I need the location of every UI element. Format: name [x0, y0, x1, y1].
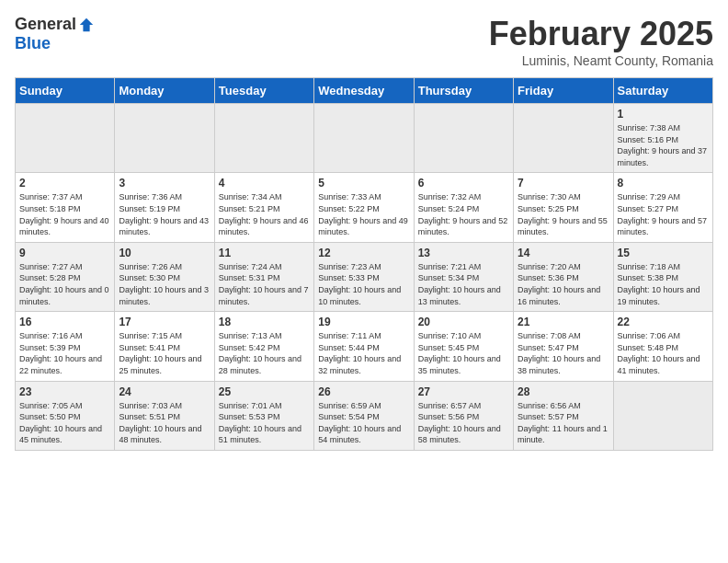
title-section: February 2025 Luminis, Neamt County, Rom…	[489, 15, 713, 68]
day-number: 13	[418, 247, 509, 259]
day-info: Sunrise: 7:30 AM Sunset: 5:25 PM Dayligh…	[518, 191, 609, 237]
calendar-day-cell: 23Sunrise: 7:05 AM Sunset: 5:50 PM Dayli…	[16, 381, 115, 450]
calendar-day-cell: 21Sunrise: 7:08 AM Sunset: 5:47 PM Dayli…	[514, 312, 613, 381]
calendar-table: SundayMondayTuesdayWednesdayThursdayFrid…	[15, 77, 713, 451]
day-info: Sunrise: 7:33 AM Sunset: 5:22 PM Dayligh…	[318, 191, 409, 237]
day-info: Sunrise: 7:37 AM Sunset: 5:18 PM Dayligh…	[19, 191, 110, 237]
calendar-day-cell	[514, 104, 613, 173]
day-info: Sunrise: 6:57 AM Sunset: 5:56 PM Dayligh…	[418, 400, 509, 446]
calendar-day-cell: 26Sunrise: 6:59 AM Sunset: 5:54 PM Dayli…	[314, 381, 414, 450]
day-number: 6	[418, 177, 509, 190]
day-number: 15	[618, 247, 709, 259]
day-number: 18	[219, 316, 310, 328]
logo: General Blue	[15, 15, 95, 53]
calendar-day-cell: 4Sunrise: 7:34 AM Sunset: 5:21 PM Daylig…	[214, 173, 313, 242]
calendar-day-cell: 1Sunrise: 7:38 AM Sunset: 5:16 PM Daylig…	[613, 104, 712, 173]
calendar-day-cell	[613, 381, 712, 450]
calendar-day-cell	[16, 104, 115, 173]
day-number: 16	[19, 316, 110, 328]
day-info: Sunrise: 7:03 AM Sunset: 5:51 PM Dayligh…	[119, 400, 210, 446]
day-info: Sunrise: 7:21 AM Sunset: 5:34 PM Dayligh…	[418, 261, 509, 307]
weekday-header-sunday: Sunday	[16, 78, 115, 104]
calendar-day-cell	[115, 104, 214, 173]
day-info: Sunrise: 7:32 AM Sunset: 5:24 PM Dayligh…	[418, 191, 509, 237]
day-info: Sunrise: 7:24 AM Sunset: 5:31 PM Dayligh…	[219, 261, 310, 307]
day-info: Sunrise: 7:23 AM Sunset: 5:33 PM Dayligh…	[318, 261, 409, 307]
day-number: 8	[618, 177, 709, 190]
day-number: 7	[518, 177, 609, 190]
logo-blue-text: Blue	[15, 34, 51, 53]
day-number: 27	[418, 385, 509, 398]
calendar-day-cell: 28Sunrise: 6:56 AM Sunset: 5:57 PM Dayli…	[514, 381, 613, 450]
location-subtitle: Luminis, Neamt County, Romania	[489, 53, 713, 68]
calendar-header-row: SundayMondayTuesdayWednesdayThursdayFrid…	[16, 78, 713, 104]
day-number: 20	[418, 316, 509, 328]
day-number: 1	[618, 108, 709, 121]
calendar-day-cell: 25Sunrise: 7:01 AM Sunset: 5:53 PM Dayli…	[214, 381, 313, 450]
day-info: Sunrise: 7:20 AM Sunset: 5:36 PM Dayligh…	[518, 261, 609, 307]
day-info: Sunrise: 7:05 AM Sunset: 5:50 PM Dayligh…	[19, 400, 110, 446]
calendar-day-cell: 3Sunrise: 7:36 AM Sunset: 5:19 PM Daylig…	[115, 173, 214, 242]
day-number: 28	[518, 385, 609, 398]
weekday-header-monday: Monday	[115, 78, 214, 104]
day-number: 17	[119, 316, 210, 328]
day-number: 22	[618, 316, 709, 328]
calendar-day-cell: 6Sunrise: 7:32 AM Sunset: 5:24 PM Daylig…	[414, 173, 513, 242]
calendar-day-cell: 18Sunrise: 7:13 AM Sunset: 5:42 PM Dayli…	[214, 312, 313, 381]
logo-general-text: General	[15, 15, 76, 34]
day-number: 4	[219, 177, 310, 190]
weekday-header-tuesday: Tuesday	[214, 78, 313, 104]
day-info: Sunrise: 7:15 AM Sunset: 5:41 PM Dayligh…	[119, 330, 210, 376]
calendar-day-cell: 27Sunrise: 6:57 AM Sunset: 5:56 PM Dayli…	[414, 381, 513, 450]
calendar-day-cell: 10Sunrise: 7:26 AM Sunset: 5:30 PM Dayli…	[115, 242, 214, 311]
calendar-day-cell: 2Sunrise: 7:37 AM Sunset: 5:18 PM Daylig…	[16, 173, 115, 242]
day-info: Sunrise: 7:18 AM Sunset: 5:38 PM Dayligh…	[618, 261, 709, 307]
calendar-day-cell: 15Sunrise: 7:18 AM Sunset: 5:38 PM Dayli…	[613, 242, 712, 311]
day-number: 14	[518, 247, 609, 259]
day-number: 11	[219, 247, 310, 259]
day-info: Sunrise: 7:38 AM Sunset: 5:16 PM Dayligh…	[618, 122, 709, 168]
svg-marker-0	[80, 17, 93, 30]
calendar-day-cell: 22Sunrise: 7:06 AM Sunset: 5:48 PM Dayli…	[613, 312, 712, 381]
calendar-week-row: 1Sunrise: 7:38 AM Sunset: 5:16 PM Daylig…	[16, 104, 713, 173]
month-title: February 2025	[489, 15, 713, 53]
weekday-header-wednesday: Wednesday	[314, 78, 414, 104]
calendar-day-cell: 17Sunrise: 7:15 AM Sunset: 5:41 PM Dayli…	[115, 312, 214, 381]
day-number: 26	[318, 385, 409, 398]
calendar-day-cell: 13Sunrise: 7:21 AM Sunset: 5:34 PM Dayli…	[414, 242, 513, 311]
day-info: Sunrise: 7:29 AM Sunset: 5:27 PM Dayligh…	[618, 191, 709, 237]
day-number: 5	[318, 177, 409, 190]
day-number: 12	[318, 247, 409, 259]
day-number: 10	[119, 247, 210, 259]
weekday-header-saturday: Saturday	[613, 78, 712, 104]
calendar-week-row: 23Sunrise: 7:05 AM Sunset: 5:50 PM Dayli…	[16, 381, 713, 450]
day-info: Sunrise: 7:34 AM Sunset: 5:21 PM Dayligh…	[219, 191, 310, 237]
day-number: 3	[119, 177, 210, 190]
day-info: Sunrise: 7:11 AM Sunset: 5:44 PM Dayligh…	[318, 330, 409, 376]
day-info: Sunrise: 7:26 AM Sunset: 5:30 PM Dayligh…	[119, 261, 210, 307]
page-header: General Blue February 2025 Luminis, Neam…	[15, 15, 713, 68]
calendar-day-cell: 11Sunrise: 7:24 AM Sunset: 5:31 PM Dayli…	[214, 242, 313, 311]
calendar-day-cell: 8Sunrise: 7:29 AM Sunset: 5:27 PM Daylig…	[613, 173, 712, 242]
day-info: Sunrise: 7:08 AM Sunset: 5:47 PM Dayligh…	[518, 330, 609, 376]
logo-icon	[78, 17, 95, 33]
day-info: Sunrise: 7:36 AM Sunset: 5:19 PM Dayligh…	[119, 191, 210, 237]
calendar-day-cell: 12Sunrise: 7:23 AM Sunset: 5:33 PM Dayli…	[314, 242, 414, 311]
weekday-header-thursday: Thursday	[414, 78, 513, 104]
day-info: Sunrise: 6:56 AM Sunset: 5:57 PM Dayligh…	[518, 400, 609, 446]
calendar-week-row: 16Sunrise: 7:16 AM Sunset: 5:39 PM Dayli…	[16, 312, 713, 381]
day-number: 25	[219, 385, 310, 398]
calendar-day-cell: 14Sunrise: 7:20 AM Sunset: 5:36 PM Dayli…	[514, 242, 613, 311]
day-info: Sunrise: 7:13 AM Sunset: 5:42 PM Dayligh…	[219, 330, 310, 376]
calendar-day-cell	[414, 104, 513, 173]
calendar-week-row: 2Sunrise: 7:37 AM Sunset: 5:18 PM Daylig…	[16, 173, 713, 242]
day-info: Sunrise: 7:06 AM Sunset: 5:48 PM Dayligh…	[618, 330, 709, 376]
calendar-week-row: 9Sunrise: 7:27 AM Sunset: 5:28 PM Daylig…	[16, 242, 713, 311]
weekday-header-friday: Friday	[514, 78, 613, 104]
day-info: Sunrise: 7:10 AM Sunset: 5:45 PM Dayligh…	[418, 330, 509, 376]
calendar-day-cell: 9Sunrise: 7:27 AM Sunset: 5:28 PM Daylig…	[16, 242, 115, 311]
calendar-day-cell: 19Sunrise: 7:11 AM Sunset: 5:44 PM Dayli…	[314, 312, 414, 381]
calendar-day-cell: 7Sunrise: 7:30 AM Sunset: 5:25 PM Daylig…	[514, 173, 613, 242]
day-number: 23	[19, 385, 110, 398]
calendar-day-cell	[314, 104, 414, 173]
